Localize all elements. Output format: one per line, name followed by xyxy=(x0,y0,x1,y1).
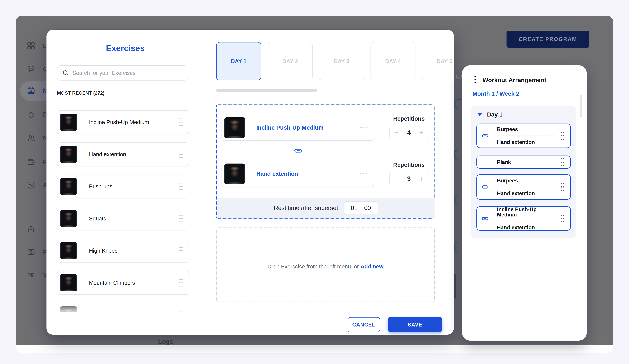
exercise-name: Burpees xyxy=(497,127,554,132)
tab-day-3[interactable]: DAY 3 xyxy=(319,42,364,80)
drag-handle-icon[interactable] xyxy=(179,214,183,224)
exercise-name: Incline Push-Up Medium xyxy=(497,207,554,217)
drag-handle-icon[interactable] xyxy=(561,214,565,224)
exercise-thumbnail xyxy=(60,114,77,131)
drag-handle-icon[interactable] xyxy=(179,181,183,191)
exercise-name: Incline Push-Up Medium xyxy=(256,124,360,131)
exercise-name: Hand extention xyxy=(256,171,360,177)
superset-exercise-card[interactable]: Incline Push-Up Medium xyxy=(222,115,374,141)
rest-seconds[interactable]: 00 xyxy=(364,205,371,211)
exercise-thumbnail xyxy=(60,274,77,291)
rest-time-label: Rest time after superset xyxy=(274,205,338,211)
tabs-scrollbar[interactable] xyxy=(216,89,317,92)
modal-footer: CANCEL SAVE xyxy=(46,312,454,335)
drag-handle-icon[interactable] xyxy=(179,246,183,256)
exercise-list-item[interactable]: Incline Push-Up Medium xyxy=(57,110,189,134)
repetitions-control: Repetitions − 4 + xyxy=(389,115,428,141)
exercise-name: Hand extention xyxy=(497,225,554,230)
add-new-link[interactable]: Add new xyxy=(360,263,383,269)
drag-handle-icon[interactable] xyxy=(179,278,183,288)
link-icon xyxy=(481,215,489,222)
decrement-button[interactable]: − xyxy=(394,175,399,182)
exercise-list-item[interactable]: High Knees xyxy=(57,239,189,262)
exercise-name: High Knees xyxy=(89,248,179,254)
repetitions-value[interactable]: 4 xyxy=(407,129,411,136)
panel-scrollbar[interactable] xyxy=(580,95,582,117)
wallet-icon xyxy=(27,158,35,166)
most-recent-label: MOST RECENT (272) xyxy=(57,90,105,96)
drag-handle-icon[interactable] xyxy=(561,131,565,141)
exercise-name: Burpees xyxy=(497,178,554,183)
collapse-triangle-icon xyxy=(477,113,482,116)
exercise-name: Mountain Climbers xyxy=(89,280,179,286)
arrangement-superset-card[interactable]: Incline Push-Up Medium Hand extention xyxy=(476,206,571,231)
rest-time-input[interactable]: 01 : 00 xyxy=(344,201,378,214)
drag-handle-icon[interactable] xyxy=(179,117,183,127)
repetitions-stepper: − 3 + xyxy=(389,172,428,185)
increment-button[interactable]: + xyxy=(419,175,424,182)
superset-group: Incline Push-Up Medium Repetitions − 4 +… xyxy=(216,104,435,219)
exercise-name: Hand extention xyxy=(89,151,179,157)
tab-day-5[interactable]: DAY 5 xyxy=(422,42,454,80)
tab-day-2[interactable]: DAY 2 xyxy=(268,42,313,80)
logs-heading: Logs xyxy=(158,338,173,345)
rest-separator: : xyxy=(360,205,362,211)
dashboard-icon xyxy=(27,41,35,50)
background-divider xyxy=(454,78,462,78)
calendar-icon: 8 xyxy=(27,86,35,95)
superset-exercise-row: Incline Push-Up Medium Repetitions − 4 + xyxy=(222,115,428,141)
increment-button[interactable]: + xyxy=(419,129,424,136)
superset-exercise-card[interactable]: Hand extention xyxy=(222,161,374,187)
month-week-breadcrumb[interactable]: Month 1 / Week 2 xyxy=(472,91,519,97)
exercises-panel: Exercises Search for your Exercises MOST… xyxy=(46,30,204,335)
sliders-icon xyxy=(27,270,35,279)
repetitions-value[interactable]: 3 xyxy=(407,175,411,182)
bag-icon xyxy=(27,225,35,233)
exercise-list-item[interactable]: Squats xyxy=(57,207,189,230)
background-scrollbar[interactable] xyxy=(454,274,456,298)
superset-names: Incline Push-Up Medium Hand extention xyxy=(497,207,554,230)
exercise-builder-modal: Exercises Search for your Exercises MOST… xyxy=(46,30,454,335)
search-input[interactable]: Search for your Exercises xyxy=(57,65,188,81)
exercise-list-item[interactable]: Push-ups xyxy=(57,175,189,198)
exercise-thumbnail xyxy=(60,146,77,163)
superset-divider xyxy=(497,135,554,136)
arrangement-superset-card[interactable]: Burpees Hand extention xyxy=(476,123,571,148)
superset-link-icon[interactable] xyxy=(294,146,303,155)
profile-icon xyxy=(27,248,35,256)
arrangement-superset-card[interactable]: Burpees Hand extention xyxy=(476,174,571,200)
exercise-list-item[interactable]: Hand extention xyxy=(57,142,189,166)
chat-icon xyxy=(27,65,35,73)
link-icon xyxy=(481,132,489,139)
exercises-title: Exercises xyxy=(46,43,204,53)
drag-handle-icon[interactable] xyxy=(561,182,565,192)
superset-divider xyxy=(497,187,554,187)
save-button[interactable]: SAVE xyxy=(388,317,442,332)
arrangement-title: Workout Arrangement xyxy=(482,77,546,84)
drag-handle-icon[interactable] xyxy=(561,157,565,167)
repetitions-control: Repetitions − 3 + xyxy=(389,161,428,187)
exercise-thumbnail xyxy=(224,117,245,138)
cancel-button[interactable]: CANCEL xyxy=(348,317,380,332)
create-program-button[interactable]: CREATE PROGRAM xyxy=(506,31,589,48)
more-options-icon[interactable] xyxy=(360,173,368,175)
exercise-thumbnail xyxy=(60,242,77,259)
workout-arrangement-panel: Workout Arrangement Month 1 / Week 2 Day… xyxy=(462,65,587,341)
day-1-header[interactable]: Day 1 xyxy=(477,111,502,118)
repetitions-stepper: − 4 + xyxy=(389,125,428,139)
rest-minutes[interactable]: 01 xyxy=(351,205,357,211)
exercise-name: Hand extention xyxy=(497,191,554,196)
tab-day-4[interactable]: DAY 4 xyxy=(370,42,416,80)
tab-day-1[interactable]: DAY 1 xyxy=(216,42,261,80)
users-icon xyxy=(27,133,35,142)
kebab-menu-icon[interactable] xyxy=(474,76,476,84)
decrement-button[interactable]: − xyxy=(394,129,399,136)
drag-handle-icon[interactable] xyxy=(179,149,183,159)
arrangement-exercise-card[interactable]: Plank xyxy=(476,155,571,169)
exercise-name: Squats xyxy=(89,216,179,222)
exercise-list-item[interactable]: Mountain Climbers xyxy=(57,271,189,295)
activity-icon xyxy=(27,181,35,189)
more-options-icon[interactable] xyxy=(360,127,368,128)
water-drop-icon xyxy=(27,110,35,119)
exercise-drop-zone[interactable]: Drop Exerscise from the left menu, or Ad… xyxy=(216,228,435,302)
